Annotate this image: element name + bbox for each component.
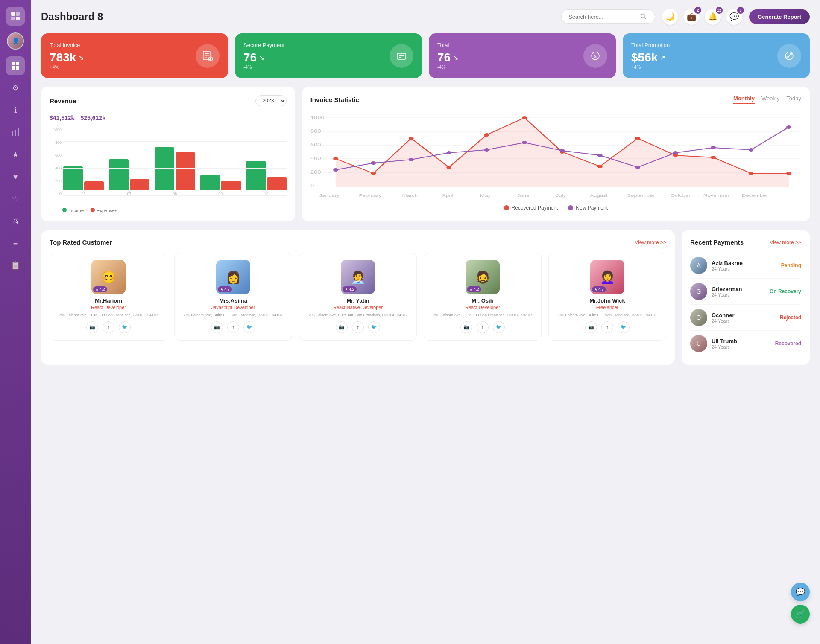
svg-text:600: 600 (310, 143, 321, 147)
sidebar-item-dashboard[interactable] (6, 56, 25, 75)
sidebar-item-liked[interactable]: ♥ (6, 167, 25, 186)
bar (63, 166, 83, 190)
tab-monthly[interactable]: Monthly (733, 95, 755, 104)
sidebar-item-menu[interactable]: ≡ (6, 234, 25, 253)
invoice-chart-card: Invoice Statistic Monthly Weekly Today (302, 87, 810, 221)
stat-icon-total-promotion (777, 44, 801, 68)
svg-text:September: September (627, 193, 655, 198)
customer-address-1: 795 Folsom Ave, Suite 600 San Francisco,… (180, 312, 287, 318)
stat-icon-total: $ (583, 44, 607, 68)
svg-point-60 (559, 149, 565, 152)
bar (200, 175, 220, 190)
customers-view-more[interactable]: View more >> (635, 239, 666, 245)
tab-today[interactable]: Today (786, 95, 801, 104)
sidebar-item-print[interactable]: 🖨 (6, 212, 25, 230)
svg-text:January: January (319, 193, 340, 198)
facebook-icon-0[interactable]: f (102, 321, 114, 333)
customers-header: Top Rated Customer View more >> (50, 239, 666, 246)
svg-text:November: November (703, 193, 729, 198)
svg-rect-8 (12, 131, 13, 136)
customer-role-1: Javascript Developer (180, 305, 287, 310)
facebook-icon-4[interactable]: f (601, 321, 613, 333)
sidebar-item-analytics[interactable] (6, 123, 25, 142)
bottom-row: Top Rated Customer View more >> 😊 ★ 4.2 … (41, 230, 810, 365)
search-box[interactable] (561, 9, 655, 24)
cart-float-button[interactable]: 🛒 (791, 605, 810, 624)
rating-badge-0: ★ 4.2 (93, 286, 107, 292)
sidebar-item-settings[interactable]: ⚙ (6, 79, 25, 97)
twitter-icon-0[interactable]: 🐦 (119, 321, 131, 333)
svg-point-11 (641, 14, 645, 18)
revenue-chart-header: Revenue 202320222021 (50, 95, 287, 106)
sidebar-logo[interactable] (6, 7, 25, 26)
generate-report-button[interactable]: Generate Report (749, 9, 810, 24)
support-float-button[interactable]: 💬 (791, 583, 810, 601)
instagram-icon-3[interactable]: 📷 (460, 321, 472, 333)
legend-new-dot (568, 205, 573, 210)
twitter-icon-3[interactable]: 🐦 (493, 321, 505, 333)
svg-text:800: 800 (310, 129, 321, 134)
search-icon (640, 13, 647, 20)
bar (176, 152, 195, 190)
stat-label-secure-payment: Secure Payment (243, 42, 284, 48)
instagram-icon-0[interactable]: 📷 (86, 321, 98, 333)
facebook-icon-3[interactable]: f (477, 321, 489, 333)
rating-badge-1: ★ 4.2 (218, 286, 232, 292)
bar (109, 159, 129, 190)
facebook-icon-1[interactable]: f (227, 321, 239, 333)
tab-weekly[interactable]: Weekly (761, 95, 779, 104)
svg-point-42 (371, 172, 376, 175)
twitter-icon-2[interactable]: 🐦 (368, 321, 380, 333)
twitter-icon-1[interactable]: 🐦 (243, 321, 255, 333)
stat-card-total: Total 76 ↘ -4% $ (429, 33, 616, 78)
sidebar-item-info[interactable]: ℹ (6, 101, 25, 119)
rating-badge-3: ★ 4.2 (467, 286, 481, 292)
dark-mode-toggle[interactable]: 🌙 (662, 9, 678, 25)
svg-point-63 (673, 151, 678, 154)
sidebar-item-favorites[interactable]: ★ (6, 145, 25, 164)
bar (246, 161, 266, 190)
wallet-badge: 2 (694, 7, 701, 14)
customer-avatar-1: 👩 ★ 4.2 (216, 260, 250, 294)
svg-point-52 (748, 172, 753, 175)
svg-point-62 (635, 166, 640, 169)
stat-change-total: -4% (437, 64, 458, 70)
twitter-icon-4[interactable]: 🐦 (618, 321, 630, 333)
svg-rect-6 (12, 66, 15, 70)
bar (267, 177, 287, 190)
svg-point-64 (711, 146, 716, 149)
list-item: 🧑‍💼 ★ 4.2 Mr. Yatin React Native Develop… (299, 253, 417, 341)
svg-point-55 (371, 161, 376, 165)
list-item: G Griezerman 24 Years On Recovery (690, 279, 801, 305)
bar-chart: 06 07 08 (63, 128, 287, 196)
instagram-icon-4[interactable]: 📷 (585, 321, 597, 333)
legend-recovered-label: Recovered Payment (512, 205, 558, 211)
sidebar-item-wishlist[interactable]: ♡ (6, 189, 25, 208)
payment-age-0: 24 Years (712, 266, 777, 271)
bell-icon-btn[interactable]: 🔔 12 (705, 9, 721, 25)
year-select[interactable]: 202320222021 (255, 95, 287, 106)
bar (130, 179, 149, 190)
search-input[interactable] (568, 14, 637, 20)
wallet-icon-btn[interactable]: 💼 2 (683, 9, 700, 25)
customer-avatar-3: 🧔 ★ 4.2 (466, 260, 500, 294)
instagram-icon-2[interactable]: 📷 (336, 321, 348, 333)
facebook-icon-2[interactable]: f (352, 321, 364, 333)
svg-point-49 (635, 137, 640, 140)
svg-point-53 (786, 172, 791, 175)
revenue-amount: $41,512k $25,612k (50, 111, 105, 122)
chat-icon-btn[interactable]: 💬 5 (726, 9, 742, 25)
list-item: U Uli Trumb 24 Years Recovered (690, 331, 801, 356)
instagram-icon-1[interactable]: 📷 (211, 321, 223, 333)
invoice-chart-header: Invoice Statistic Monthly Weekly Today (310, 95, 801, 104)
payments-view-more[interactable]: View more >> (770, 239, 801, 245)
svg-line-12 (645, 18, 647, 20)
payment-info-0: Aziz Bakree 24 Years (712, 260, 777, 271)
payment-name-2: Oconner (712, 312, 776, 318)
avatar[interactable]: 👤 (7, 32, 24, 50)
stat-change-total-invoice: +4% (50, 64, 84, 70)
payment-avatar-3: U (690, 335, 707, 352)
sidebar-item-reports[interactable]: 📋 (6, 256, 25, 275)
legend-recovered-dot (504, 205, 509, 210)
stat-icon-total-invoice: $ (196, 44, 220, 68)
